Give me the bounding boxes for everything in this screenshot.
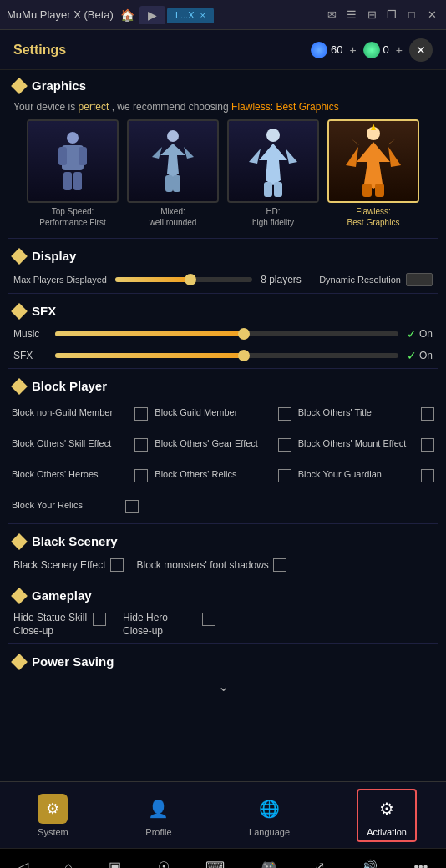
svg-rect-5 [73,172,82,190]
hide-statue-checkbox[interactable] [93,613,106,626]
block-mount-effect-checkbox[interactable] [421,438,434,452]
block-monsters-checkbox[interactable] [273,558,286,572]
top-speed-figure [43,124,102,199]
block-skill-effect: Block Others' Skill Effect [8,432,151,457]
gameplay-options-row: Hide Statue Skill Close-up Hide Hero Clo… [0,608,446,642]
sfx-thumb[interactable] [238,350,250,361]
gem-blue-plus[interactable]: + [349,43,356,57]
screen-rotate-icon[interactable]: ⤢ [314,859,325,868]
gem-green-plus[interactable]: + [396,43,403,57]
graphics-banner: Your device is perfect , we recommend ch… [0,98,446,119]
block-gear-effect-checkbox[interactable] [278,438,291,452]
gem-blue-icon [311,42,327,58]
tab-lx[interactable]: L...X × [167,8,214,23]
window-close-icon[interactable]: ✕ [424,8,439,23]
restore-icon[interactable]: ❐ [384,8,399,23]
block-gear-effect: Block Others' Gear Effect [151,432,294,457]
block-non-guild-label: Block non-Guild Member [12,406,130,418]
dynamic-res-toggle[interactable] [406,273,433,286]
hide-hero-label: Hide Hero Close-up [123,612,198,638]
flawless-figure [344,124,403,199]
svg-marker-15 [286,149,297,164]
block-heroes-label: Block Others' Heroes [12,468,130,480]
volume-icon[interactable]: 🔊 [361,859,378,868]
close-tab-icon[interactable]: × [200,10,205,20]
settings-close-button[interactable]: ✕ [409,38,433,62]
gamepad-icon[interactable]: 🎮 [261,859,277,868]
profile-icon: 👤 [148,799,169,819]
home-icon[interactable]: 🏠 [120,8,134,22]
more-icon[interactable]: ••• [413,860,428,869]
flawless-image [327,119,419,203]
back-icon[interactable]: ◁ [18,859,28,868]
block-your-relics-checkbox[interactable] [125,500,139,513]
max-players-thumb[interactable] [185,274,196,285]
max-players-value: 8 players [261,274,311,285]
maximize-icon[interactable]: □ [404,8,419,23]
menu-icon[interactable]: ☰ [344,8,359,23]
block-monsters-label: Block monsters' foot shadows [137,559,269,571]
close-icon: ✕ [416,43,426,57]
chevron-down-icon[interactable]: ⌄ [218,679,229,694]
svg-rect-3 [79,147,87,165]
sfx-slider[interactable] [55,353,398,358]
music-slider[interactable] [55,331,398,336]
block-others-relics: Block Others' Relics [151,463,294,487]
gem-green-group: 0 [363,42,389,58]
svg-rect-0 [67,132,79,144]
music-thumb[interactable] [238,328,250,340]
music-check-icon: ✓ [407,327,417,341]
block-player-diamond-icon [11,378,28,395]
block-skill-effect-checkbox[interactable] [134,438,148,452]
chevron-row: ⌄ [0,674,446,699]
hide-hero-checkbox[interactable] [202,613,215,626]
nav-language[interactable]: 🌐 Language [241,790,298,840]
svg-marker-20 [346,147,358,167]
activation-icon: ⚙ [379,799,394,819]
flawless-label: Flawless:Best Graphics [327,206,419,228]
graphics-flawless[interactable]: Flawless:Best Graphics [327,119,419,228]
svg-marker-21 [388,147,401,167]
nav-profile[interactable]: 👤 Profile [135,790,182,840]
block-player-label: Block Player [32,379,107,393]
mixed-image [127,119,219,203]
block-others-title-checkbox[interactable] [421,407,434,421]
keyboard-icon[interactable]: ⌨ [205,859,225,868]
graphics-options: Top Speed:Performance First Mixed:well r… [0,119,446,236]
black-scenery-effect-checkbox[interactable] [110,558,124,572]
graphics-mixed[interactable]: Mixed:well rounded [127,119,219,228]
touch-icon[interactable]: ☉ [158,859,170,868]
black-scenery-effect-label: Black Scenery Effect [13,559,106,571]
nav-system[interactable]: ⚙ System [29,790,77,840]
svg-marker-9 [184,147,194,159]
perfect-text: perfect [79,101,109,113]
music-on-label: On [419,328,433,340]
block-others-relics-checkbox[interactable] [278,469,291,482]
graphics-hd[interactable]: HD:high fidelity [227,119,319,228]
block-mount-effect: Block Others' Mount Effect [295,432,438,457]
nav-language-label: Language [249,827,290,837]
block-heroes-checkbox[interactable] [134,469,148,482]
block-your-guardian-checkbox[interactable] [421,469,434,482]
tab-google-play[interactable]: ▶ [139,6,165,24]
max-players-slider[interactable] [115,277,252,282]
system-bar: ◁ ⌂ ▣ ☉ ⌨ 🎮 ⤢ 🔊 ••• [0,848,446,868]
gem-green-value: 0 [383,43,389,56]
app-name: MuMu Player X (Beta) [7,8,114,21]
nav-activation[interactable]: ⚙ Activation [357,789,417,842]
minimize-icon[interactable]: ⊟ [364,8,379,23]
svg-marker-19 [357,142,390,189]
block-your-relics: Block Your Relics [8,494,142,518]
sfx-status: ✓ On [407,349,433,362]
activation-icon-box: ⚙ [372,794,402,824]
graphics-top-speed[interactable]: Top Speed:Performance First [27,119,119,228]
block-non-guild-checkbox[interactable] [134,407,148,421]
svg-rect-10 [165,175,173,192]
top-speed-image [27,119,119,203]
mail-icon[interactable]: ✉ [324,8,339,23]
block-row-3: Block Others' Heroes Block Others' Relic… [0,460,446,491]
block-guild-member-checkbox[interactable] [278,407,291,421]
block-others-title-label: Block Others' Title [298,406,417,418]
screen-record-icon[interactable]: ▣ [109,859,121,868]
system-home-icon[interactable]: ⌂ [64,860,73,869]
